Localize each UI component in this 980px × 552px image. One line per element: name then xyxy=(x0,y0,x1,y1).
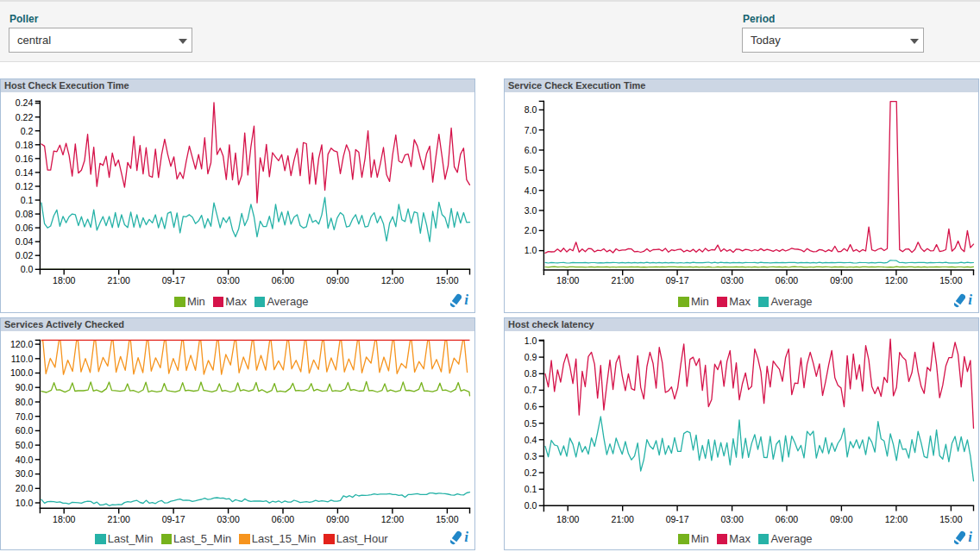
svg-text:12:00: 12:00 xyxy=(381,514,404,524)
svg-text:0.24: 0.24 xyxy=(16,97,34,108)
svg-text:06:00: 06:00 xyxy=(776,275,798,285)
svg-text:70.0: 70.0 xyxy=(16,411,34,422)
svg-text:06:00: 06:00 xyxy=(272,514,294,524)
svg-text:0.02: 0.02 xyxy=(16,250,34,260)
svg-text:0.04: 0.04 xyxy=(16,236,34,247)
svg-text:40.0: 40.0 xyxy=(16,455,34,465)
svg-text:0.18: 0.18 xyxy=(16,140,34,150)
svg-text:12:00: 12:00 xyxy=(885,514,908,524)
svg-text:110.0: 110.0 xyxy=(11,354,34,364)
svg-text:09-17: 09-17 xyxy=(162,514,185,524)
svg-text:50.0: 50.0 xyxy=(16,440,34,450)
svg-text:0.2: 0.2 xyxy=(21,126,34,136)
svg-text:09:00: 09:00 xyxy=(830,514,852,524)
svg-text:0.0: 0.0 xyxy=(525,500,537,511)
svg-text:0.5: 0.5 xyxy=(525,418,537,429)
svg-text:21:00: 21:00 xyxy=(108,275,130,285)
svg-text:09:00: 09:00 xyxy=(326,275,349,285)
svg-text:09:00: 09:00 xyxy=(830,275,852,285)
svg-text:15:00: 15:00 xyxy=(436,275,458,285)
svg-text:8.0: 8.0 xyxy=(525,104,537,115)
svg-text:80.0: 80.0 xyxy=(16,397,34,407)
svg-text:18:00: 18:00 xyxy=(556,514,579,524)
svg-text:60.0: 60.0 xyxy=(16,425,34,436)
svg-text:1.0: 1.0 xyxy=(525,245,537,255)
svg-text:0.1: 0.1 xyxy=(525,484,537,494)
svg-text:06:00: 06:00 xyxy=(776,514,798,524)
svg-text:0.3: 0.3 xyxy=(525,451,537,461)
svg-text:03:00: 03:00 xyxy=(217,275,239,285)
svg-text:0.8: 0.8 xyxy=(525,368,537,379)
svg-text:0.6: 0.6 xyxy=(525,401,537,411)
svg-text:09-17: 09-17 xyxy=(162,275,185,285)
svg-text:6.0: 6.0 xyxy=(525,145,537,155)
svg-text:15:00: 15:00 xyxy=(939,275,962,285)
svg-text:12:00: 12:00 xyxy=(885,275,908,285)
svg-text:30.0: 30.0 xyxy=(16,468,34,479)
svg-text:21:00: 21:00 xyxy=(612,275,634,285)
svg-text:0.22: 0.22 xyxy=(16,112,34,122)
svg-text:0.1: 0.1 xyxy=(21,195,34,205)
svg-text:15:00: 15:00 xyxy=(436,514,458,524)
svg-text:03:00: 03:00 xyxy=(217,514,239,524)
svg-text:21:00: 21:00 xyxy=(612,514,634,524)
svg-text:3.0: 3.0 xyxy=(525,205,537,216)
svg-text:0.14: 0.14 xyxy=(16,167,34,178)
svg-text:21:00: 21:00 xyxy=(108,514,130,524)
svg-text:09-17: 09-17 xyxy=(666,275,689,285)
svg-text:03:00: 03:00 xyxy=(720,275,743,285)
svg-text:18:00: 18:00 xyxy=(556,275,579,285)
svg-text:20.0: 20.0 xyxy=(16,483,34,493)
svg-text:15:00: 15:00 xyxy=(939,514,962,524)
svg-text:09-17: 09-17 xyxy=(666,514,689,524)
svg-text:03:00: 03:00 xyxy=(720,514,743,524)
svg-text:12:00: 12:00 xyxy=(381,275,404,285)
svg-text:0.06: 0.06 xyxy=(16,223,34,233)
svg-text:4.0: 4.0 xyxy=(525,185,537,196)
svg-text:0.12: 0.12 xyxy=(16,181,34,191)
svg-text:90.0: 90.0 xyxy=(16,382,34,392)
svg-text:120.0: 120.0 xyxy=(10,339,33,349)
svg-text:0.0: 0.0 xyxy=(21,264,34,274)
svg-text:7.0: 7.0 xyxy=(525,125,537,135)
svg-text:0.2: 0.2 xyxy=(525,467,537,478)
svg-text:09:00: 09:00 xyxy=(326,514,349,524)
svg-text:1.0: 1.0 xyxy=(525,336,537,346)
svg-text:0.08: 0.08 xyxy=(16,209,34,219)
svg-text:5.0: 5.0 xyxy=(525,165,537,175)
svg-text:2.0: 2.0 xyxy=(525,225,537,235)
svg-text:0.16: 0.16 xyxy=(16,154,34,164)
svg-text:0.4: 0.4 xyxy=(525,435,537,445)
svg-text:10.0: 10.0 xyxy=(16,498,34,508)
svg-text:0.9: 0.9 xyxy=(525,352,537,362)
svg-text:18:00: 18:00 xyxy=(53,275,75,285)
svg-text:100.0: 100.0 xyxy=(10,367,33,378)
svg-text:0.7: 0.7 xyxy=(525,385,537,395)
svg-text:06:00: 06:00 xyxy=(272,275,294,285)
svg-text:18:00: 18:00 xyxy=(53,514,75,524)
